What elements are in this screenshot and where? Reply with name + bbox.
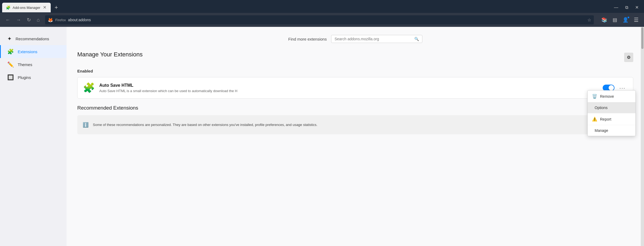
new-tab-button[interactable]: + [52, 3, 61, 12]
reload-button[interactable]: ↻ [25, 16, 33, 23]
report-label: Report [600, 117, 611, 121]
main-content: ✦ Recommendations 🧩 Extensions ✏️ Themes… [0, 27, 644, 246]
options-label: Options [595, 106, 608, 110]
bookmark-icon[interactable]: ☆ [587, 17, 591, 23]
enabled-label: Enabled [77, 69, 633, 73]
sidebar-item-label-extensions: Extensions [18, 49, 37, 54]
sidebar-item-plugins[interactable]: 🔲 Plugins [0, 71, 67, 84]
recommendations-icon: ✦ [7, 35, 12, 42]
recommended-heading: Recommended Extensions [77, 105, 633, 111]
toggle-thumb [609, 85, 614, 91]
extensions-section-header: Manage Your Extensions ⚙ [77, 51, 633, 63]
forward-button[interactable]: → [14, 16, 23, 23]
extension-description: Auto Save HTML is a small extension whic… [99, 89, 266, 93]
window-controls: — ⧉ ✕ [611, 4, 642, 11]
close-button[interactable]: ✕ [632, 4, 642, 11]
plugins-icon: 🔲 [7, 74, 14, 81]
search-input[interactable] [335, 37, 412, 41]
back-button[interactable]: ← [3, 16, 12, 23]
info-circle-icon: ℹ️ [83, 122, 89, 128]
dropdown-item-remove[interactable]: 🗑️ Remove [588, 91, 635, 102]
tab-close-button[interactable]: ✕ [42, 5, 47, 10]
nav-bar: ← → ↻ ⌂ 🦊 Firefox about:addons ☆ 📚 ▤ 👤 ☰ [0, 13, 644, 27]
nav-right-buttons: 📚 ▤ 👤 ☰ [599, 16, 641, 24]
sidebar: ✦ Recommendations 🧩 Extensions ✏️ Themes… [0, 27, 67, 246]
maximize-button[interactable]: ⧉ [622, 4, 631, 11]
sidebar-item-themes[interactable]: ✏️ Themes [0, 58, 67, 71]
extension-name: Auto Save HTML [99, 83, 598, 88]
settings-gear-button[interactable]: ⚙ [624, 53, 633, 62]
extension-info: Auto Save HTML Auto Save HTML is a small… [99, 83, 598, 93]
remove-label: Remove [600, 94, 614, 99]
library-button[interactable]: 📚 [599, 16, 609, 24]
extensions-heading: Manage Your Extensions [77, 51, 142, 58]
extensions-icon: 🧩 [7, 48, 14, 55]
manage-label: Manage [595, 128, 608, 133]
scrollbar[interactable] [641, 27, 644, 246]
sidebar-toggle-button[interactable]: ▤ [610, 16, 619, 24]
page-wrapper: ✦ Recommendations 🧩 Extensions ✏️ Themes… [0, 27, 644, 246]
info-banner: ℹ️ Some of these recommendations are per… [77, 115, 633, 134]
tab-bar: 🧩 Add-ons Manager ✕ + — ⧉ ✕ [0, 0, 644, 13]
search-icon: 🔍 [414, 37, 419, 41]
find-extensions-label: Find more extensions [288, 37, 327, 41]
active-tab[interactable]: 🧩 Add-ons Manager ✕ [2, 3, 51, 12]
warning-icon: ⚠️ [592, 117, 597, 122]
dropdown-item-manage[interactable]: Manage [588, 125, 635, 136]
extension-card-auto-save-html: 🧩 Auto Save HTML Auto Save HTML is a sma… [77, 77, 633, 99]
dropdown-menu: 🗑️ Remove Options ⚠️ Report Manage [587, 90, 636, 136]
sidebar-item-recommendations[interactable]: ✦ Recommendations [0, 32, 67, 45]
search-box[interactable]: 🔍 [331, 35, 422, 43]
firefox-logo-icon: 🦊 [48, 17, 53, 23]
home-button[interactable]: ⌂ [35, 16, 42, 23]
tab-addon-icon: 🧩 [6, 5, 10, 10]
sidebar-item-label-recommendations: Recommendations [16, 37, 49, 41]
tab-title: Add-ons Manager [13, 6, 40, 10]
content-area: Find more extensions 🔍 Manage Your Exten… [67, 27, 644, 246]
menu-button[interactable]: ☰ [632, 16, 641, 24]
info-text: Some of these recommendations are person… [93, 122, 596, 128]
dropdown-item-report[interactable]: ⚠️ Report [588, 113, 635, 125]
sidebar-item-extensions[interactable]: 🧩 Extensions [0, 45, 67, 58]
firefox-label: Firefox [55, 18, 66, 22]
account-button[interactable]: 👤 [620, 16, 631, 24]
sidebar-item-label-plugins: Plugins [18, 75, 31, 80]
address-text: about:addons [68, 18, 585, 22]
extension-puzzle-icon: 🧩 [83, 82, 95, 93]
themes-icon: ✏️ [7, 61, 14, 68]
trash-icon: 🗑️ [592, 94, 597, 99]
minimize-button[interactable]: — [611, 4, 621, 11]
find-extensions-bar: Find more extensions 🔍 [77, 35, 633, 43]
address-bar[interactable]: 🦊 Firefox about:addons ☆ [45, 15, 594, 24]
dropdown-item-options[interactable]: Options [588, 102, 635, 113]
scrollbar-thumb[interactable] [641, 27, 643, 49]
sidebar-item-label-themes: Themes [18, 62, 32, 67]
